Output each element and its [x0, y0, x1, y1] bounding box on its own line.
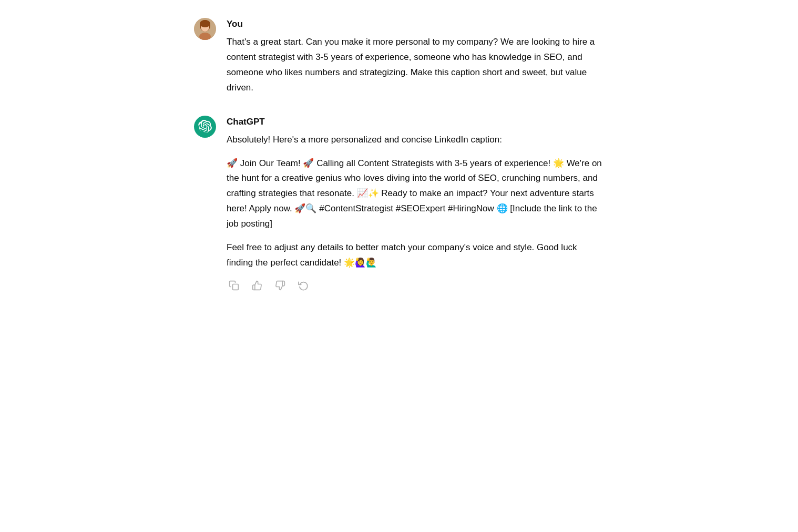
svg-rect-5 — [233, 284, 239, 290]
chatgpt-author-label: ChatGPT — [227, 115, 604, 129]
action-bar — [227, 278, 604, 293]
chatgpt-avatar — [194, 116, 216, 138]
chatgpt-text-paragraph-1: 🚀 Join Our Team! 🚀 Calling all Content S… — [227, 156, 604, 232]
user-avatar — [194, 18, 216, 40]
chatgpt-message-content: ChatGPT Absolutely! Here's a more person… — [227, 115, 604, 293]
thumbs-down-button[interactable] — [273, 278, 288, 293]
conversation: You That's a great start. Can you make i… — [173, 17, 625, 293]
chatgpt-message-text: Absolutely! Here's a more personalized a… — [227, 132, 604, 271]
chatgpt-message: ChatGPT Absolutely! Here's a more person… — [194, 115, 604, 293]
chatgpt-text-paragraph-2: Feel free to adjust any details to bette… — [227, 240, 604, 271]
user-message: You That's a great start. Can you make i… — [194, 17, 604, 96]
user-text-paragraph-0: That's a great start. Can you make it mo… — [227, 35, 604, 96]
svg-point-4 — [200, 20, 210, 27]
regenerate-button[interactable] — [296, 278, 311, 293]
user-message-text: That's a great start. Can you make it mo… — [227, 35, 604, 96]
user-author-label: You — [227, 17, 604, 32]
thumbs-up-button[interactable] — [250, 278, 264, 293]
copy-button[interactable] — [227, 278, 241, 293]
chatgpt-text-paragraph-0: Absolutely! Here's a more personalized a… — [227, 132, 604, 148]
user-message-content: You That's a great start. Can you make i… — [227, 17, 604, 96]
